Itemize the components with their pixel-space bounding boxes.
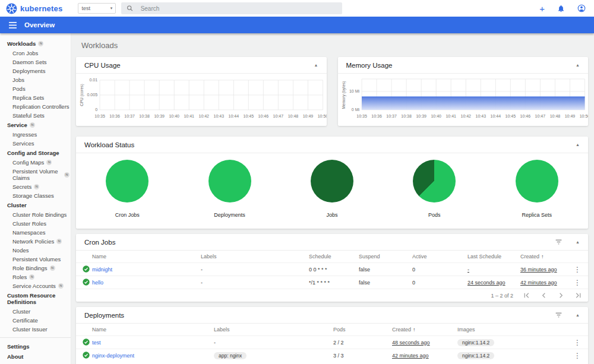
sidebar-item-storage-classes[interactable]: Storage Classes — [0, 191, 71, 200]
user-account-icon[interactable] — [577, 4, 586, 12]
sidebar-item-network-policies[interactable]: Network PoliciesN — [0, 237, 71, 246]
last-page-button[interactable] — [574, 292, 582, 299]
card-title: Deployments — [84, 312, 124, 319]
column-header-name[interactable]: Name — [92, 254, 106, 259]
column-header-labels[interactable]: Labels — [214, 327, 230, 333]
row-name-link[interactable]: hello — [92, 280, 103, 286]
status-ok-icon — [83, 278, 90, 286]
cell-active: 0 — [412, 267, 415, 273]
sidebar-item-service-accounts[interactable]: Service AccountsN — [0, 281, 71, 290]
column-header-pods[interactable]: Pods — [333, 327, 346, 333]
svg-text:10:48: 10:48 — [549, 114, 560, 118]
sidebar-item-cluster-issuer[interactable]: Cluster Issuer — [0, 325, 71, 334]
column-header-created[interactable]: Created — [520, 254, 539, 259]
cpu-usage-chart: 10:3510:3610:3710:3810:3910:4010:4110:42… — [76, 74, 327, 125]
cell-labels: - — [201, 267, 203, 273]
sidebar-item-replication-controllers[interactable]: Replication Controllers — [0, 102, 71, 111]
cell-suspend: false — [359, 280, 370, 286]
sidebar-item-label: Replication Controllers — [12, 103, 69, 110]
row-actions-kebab-button[interactable]: ⋮ — [574, 352, 581, 359]
sidebar-item-label: Storage Classes — [12, 192, 54, 199]
column-header-images[interactable]: Images — [457, 327, 475, 333]
column-header-created[interactable]: Created — [392, 327, 411, 333]
svg-text:10:50: 10:50 — [579, 114, 588, 118]
hamburger-menu-icon[interactable] — [9, 22, 17, 29]
sidebar-item-config-maps[interactable]: Config MapsN — [0, 158, 71, 167]
sidebar-item-persistent-volumes[interactable]: Persistent Volumes — [0, 255, 71, 264]
row-actions-kebab-button[interactable]: ⋮ — [574, 339, 581, 346]
deployments-table: NameLabelsPodsCreated↑Imagestest-2 / 248… — [76, 324, 588, 362]
sidebar-item-daemon-sets[interactable]: Daemon Sets — [0, 58, 71, 67]
column-header-schedule[interactable]: Schedule — [309, 254, 331, 259]
sidebar-item-ingresses[interactable]: Ingresses — [0, 130, 71, 139]
previous-page-button[interactable] — [540, 292, 548, 299]
sidebar-item-jobs[interactable]: Jobs — [0, 75, 71, 84]
sidebar-item-label: Deployments — [12, 68, 45, 74]
svg-text:10:42: 10:42 — [460, 114, 471, 118]
next-page-button[interactable] — [557, 292, 565, 299]
kubernetes-logo-link[interactable]: kubernetes — [6, 3, 62, 14]
column-header-labels[interactable]: Labels — [201, 254, 217, 259]
namespaced-badge: N — [34, 184, 39, 189]
collapse-icon[interactable]: ▲ — [576, 240, 580, 244]
sidebar-item-cluster[interactable]: Cluster — [0, 307, 71, 316]
sidebar-item-certificate[interactable]: Certificate — [0, 316, 71, 325]
filter-icon[interactable] — [555, 311, 563, 319]
pie-label: Replica Sets — [498, 212, 576, 218]
sidebar-item-namespaces[interactable]: Namespaces — [0, 228, 71, 237]
sidebar-item-stateful-sets[interactable]: Stateful Sets — [0, 111, 71, 120]
sidebar-item-deployments[interactable]: Deployments — [0, 67, 71, 75]
row-name-link[interactable]: nginx-deployment — [92, 353, 134, 359]
namespaced-badge: N — [30, 122, 35, 128]
search-input[interactable] — [140, 5, 337, 12]
create-resource-button[interactable]: + — [539, 4, 545, 13]
sidebar-item-persistent-volume-claims[interactable]: Persistent Volume ClaimsN — [0, 167, 71, 182]
svg-text:10:47: 10:47 — [535, 114, 545, 118]
sidebar-item-settings[interactable]: Settings — [0, 341, 71, 352]
svg-text:10:46: 10:46 — [520, 114, 530, 118]
sidebar-item-roles[interactable]: RolesN — [0, 273, 71, 281]
notifications-bell-icon[interactable] — [557, 5, 565, 12]
sidebar-item-cron-jobs[interactable]: Cron Jobs — [0, 49, 71, 58]
svg-text:10:48: 10:48 — [288, 114, 299, 118]
row-name-link[interactable]: test — [92, 340, 101, 346]
sidebar-section-cluster[interactable]: Cluster — [0, 200, 71, 210]
sidebar-item-secrets[interactable]: SecretsN — [0, 182, 71, 191]
sidebar-item-nodes[interactable]: Nodes — [0, 246, 71, 255]
filter-icon[interactable] — [555, 238, 563, 246]
first-page-button[interactable] — [523, 292, 530, 299]
column-header-last-schedule[interactable]: Last Schedule — [467, 254, 501, 259]
row-actions-kebab-button[interactable]: ⋮ — [574, 266, 581, 273]
sidebar-section-config-and-storage[interactable]: Config and Storage — [0, 148, 71, 158]
sidebar-section-workloads[interactable]: WorkloadsN — [0, 39, 71, 49]
sidebar-item-about[interactable]: About — [0, 352, 71, 362]
row-name-link[interactable]: midnight — [92, 267, 112, 273]
collapse-icon[interactable]: ▲ — [576, 313, 580, 317]
column-header-name[interactable]: Name — [92, 327, 106, 333]
sidebar-item-pods[interactable]: Pods — [0, 84, 71, 93]
pie-label: Deployments — [191, 212, 268, 218]
sidebar-item-services[interactable]: Services — [0, 139, 71, 148]
workload-status-item-cron-jobs: Cron Jobs — [89, 160, 166, 218]
collapse-icon[interactable]: ▲ — [576, 143, 580, 147]
svg-text:10:45: 10:45 — [244, 114, 254, 118]
y-axis-tick-labels: 10 Mi0 Mi — [349, 90, 359, 112]
sidebar-item-role-bindings[interactable]: Role BindingsN — [0, 264, 71, 273]
collapse-icon[interactable]: ▲ — [576, 63, 580, 67]
card-title: CPU Usage — [84, 62, 121, 69]
app-header: kubernetes test ▾ + — [0, 0, 594, 17]
sidebar-section-custom-resource-definitions[interactable]: Custom Resource Definitions — [0, 290, 71, 307]
collapse-icon[interactable]: ▲ — [314, 63, 318, 67]
namespace-selector[interactable]: test ▾ — [78, 3, 116, 14]
sidebar-item-cluster-role-bindings[interactable]: Cluster Role Bindings — [0, 210, 71, 219]
column-header-active[interactable]: Active — [412, 254, 427, 259]
column-header-suspend[interactable]: Suspend — [359, 254, 380, 259]
sidebar-item-label: Roles — [12, 274, 27, 280]
sidebar-section-service[interactable]: ServiceN — [0, 120, 71, 130]
table-row: midnight-0 0 * * *false0-36 minutes ago⋮ — [76, 262, 588, 276]
pagination: 1 – 2 of 2 — [76, 289, 588, 302]
cell-schedule: 0 0 * * * — [309, 267, 327, 273]
row-actions-kebab-button[interactable]: ⋮ — [574, 279, 581, 286]
sidebar-item-replica-sets[interactable]: Replica Sets — [0, 93, 71, 102]
sidebar-item-cluster-roles[interactable]: Cluster Roles — [0, 219, 71, 228]
